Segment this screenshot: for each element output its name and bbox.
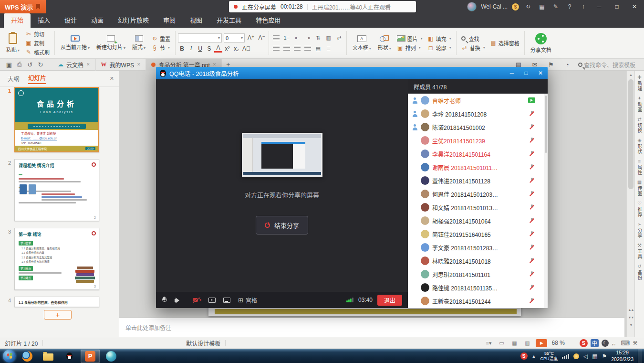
command-search-box[interactable]: 查找命令、搜索模板 [578,61,635,69]
volume-icon[interactable]: ◁ [583,353,588,360]
language-flag-icon[interactable]: ⚑ [602,353,607,360]
slide-thumbnail-1[interactable]: 食品分析 Food Analysis 主讲教师：曾维才 副教授 E-mail：…… [14,87,99,152]
mic-muted-icon[interactable] [529,284,535,291]
mic-muted-icon[interactable] [529,257,535,264]
next-slide-button[interactable]: ▼▼ [627,314,634,321]
mic-muted-icon[interactable] [529,137,535,144]
taskbar-wps[interactable] [81,350,100,363]
save-icon[interactable]: ▣ [4,59,14,70]
play-from-current-button[interactable]: 从当前开始▾ [57,30,93,56]
member-row[interactable]: 谢雨晨 2018141501011… [408,160,548,174]
member-row[interactable]: 李玲 2018141501208 [408,107,548,120]
distribute-icon[interactable]: ▤ [313,44,323,53]
find-button[interactable]: 查找 [459,34,488,43]
replace-button[interactable]: ⇄替换▾ [459,43,488,52]
qq-minimize-button[interactable]: ─ [505,67,519,79]
sidebar-tool[interactable]: ⇄ 切换 [636,117,643,133]
speaker-icon[interactable] [175,297,181,303]
qq-close-button[interactable]: ✕ [533,67,548,79]
feedback-icon[interactable]: ↑ [579,2,588,11]
member-row[interactable]: 尘优2018141501239 [408,134,548,147]
scroll-down-icon[interactable]: ▼ [627,321,634,329]
slideshow-play-button[interactable] [536,339,547,347]
close-tab-icon[interactable]: ✕ [86,62,90,67]
whiteboard-icon[interactable] [223,298,230,303]
previous-slide-button[interactable]: ▲▲ [627,306,634,314]
paste-button[interactable]: 粘贴▾ [3,30,23,56]
sidebar-tool[interactable]: ⚒ 工具 [636,243,643,259]
member-row[interactable]: 林晓雅2018141501018 [408,254,548,267]
network-icon[interactable]: ▦ [592,353,597,360]
shapes-button[interactable]: 形状▾ [374,30,395,56]
redo-icon[interactable]: ↻ [35,59,46,70]
columns-icon[interactable]: ▥ [324,33,333,42]
taskbar-qq[interactable] [60,350,79,363]
show-hidden-icons-button[interactable]: ▲ [532,354,536,359]
screen-share-banner[interactable]: 正在分享屏幕 00:01:28 王丹瑞201……等40人正在观看 [229,1,416,12]
align-right-icon[interactable] [292,44,302,53]
superscript-button[interactable]: x² [223,44,231,53]
notes-pane[interactable]: 单击此处添加备注 [119,318,624,337]
bold-button[interactable]: B [178,44,186,53]
qq-maximize-button[interactable]: □ [519,67,533,79]
mic-muted-icon[interactable] [529,298,535,304]
wps-logo[interactable]: WPS 演示 [0,0,46,13]
design-template-name[interactable]: 默认设计模板 [186,339,220,347]
mic-muted-icon[interactable] [529,271,535,278]
soft-keyboard-icon[interactable]: ⌨ [621,340,630,347]
sidebar-tool[interactable]: ↺ 备份 [636,264,643,280]
taskbar-clock[interactable]: 15:29 2020/2/23 [611,350,634,362]
microphone-icon[interactable] [162,297,167,304]
new-slide-button[interactable]: 新建幻灯片▾ [93,30,129,56]
copy-button[interactable]: ▣复制 [23,39,52,47]
help-icon[interactable]: ? [565,2,574,11]
share-document-button[interactable]: 分享文档 [527,30,555,56]
underline-button[interactable]: U [196,44,204,53]
member-coin-icon[interactable]: $ [512,3,519,11]
sidebar-tool[interactable]: ➢ 分享 [636,222,643,238]
chinese-mode-icon[interactable] [591,339,599,347]
community-icon[interactable]: ◔ [562,59,572,70]
mic-muted-icon[interactable] [529,244,535,251]
window-close-button[interactable]: ✕ [628,0,641,13]
sidebar-tool[interactable]: ◈ 形状 [636,138,643,154]
subscript-button[interactable]: x₂ [232,44,240,53]
theme-icon[interactable]: ✎ [551,2,561,11]
doc-tab-cloud[interactable]: ☁ 云文档 ✕ [52,59,96,71]
window-minimize-button[interactable]: ─ [592,0,606,13]
indent-icon[interactable]: ⇥ [303,33,312,42]
user-name[interactable]: Wei-Cai ... [481,3,508,10]
sidebar-tool[interactable]: ✦ 动画 [636,96,643,112]
ribbon-tab[interactable]: 插入 [31,13,57,28]
mic-muted-icon[interactable] [529,177,535,184]
member-row[interactable]: 萱伟进2018141501128 [408,174,548,187]
justify-icon[interactable] [303,44,312,53]
grid-view-button[interactable]: ⊞ 宫格 [238,296,257,304]
screen-share-icon[interactable] [208,298,216,303]
tab-slides[interactable]: 幻灯片 [28,73,46,84]
member-row[interactable]: 刘思琪2018141501101 [408,267,548,281]
member-row[interactable]: 何思佳 2018141501203… [408,187,548,201]
doc-tab-mywps[interactable]: W 我的WPS ✕ [96,59,146,71]
decrease-font-icon[interactable]: A⁻ [257,33,266,42]
end-share-button[interactable]: 结束分享 [256,216,308,235]
scrollbar-thumb[interactable] [628,79,634,189]
slide-thumbnail-4[interactable]: 1.1 食品分析的性质、任务和作用 [14,297,99,307]
member-row[interactable]: 曾维才老师 [408,94,548,107]
add-slide-button[interactable] [44,310,72,320]
slide-sorter-view-icon[interactable]: ▦ [510,339,519,347]
sidebar-tool[interactable]: ♡ 推荐 [636,201,643,217]
picture-button[interactable]: 图片▾ [395,34,425,43]
section-button[interactable]: §节▾ [149,43,173,52]
ribbon-tab[interactable]: 开始 [4,13,31,28]
arrange-button[interactable]: ▣排列▾ [395,43,425,52]
font-color-button[interactable]: A [214,44,222,53]
numbering-icon[interactable]: 1≡ [282,33,291,42]
start-button[interactable] [3,350,16,363]
reset-button[interactable]: ↻重置 [149,34,173,43]
clear-format-icon[interactable]: A⃠ [241,44,251,53]
notes-toggle-icon[interactable]: ≡▾ [484,339,493,347]
ribbon-tab[interactable]: 开发工具 [209,13,249,28]
cpu-temperature[interactable]: 55°C CPU温度 [540,351,558,361]
close-panel-icon[interactable]: ✕ [110,75,114,82]
